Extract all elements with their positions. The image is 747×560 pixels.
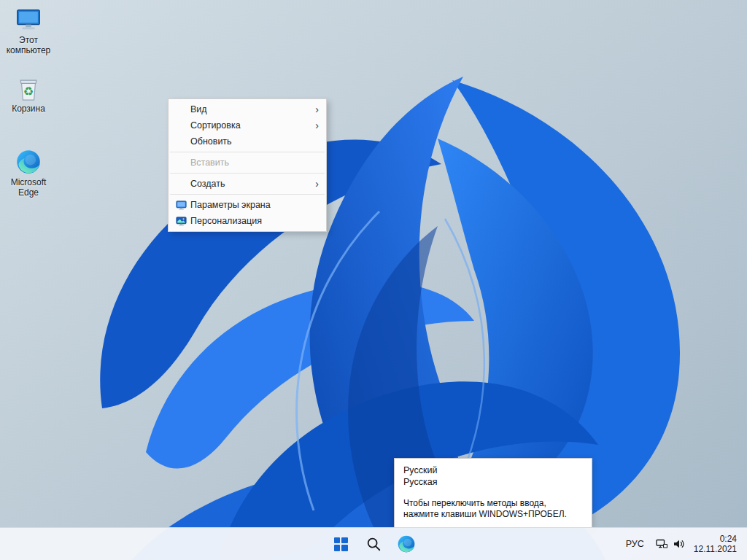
desktop-icon-this-pc[interactable]: Этот компьютер bbox=[1, 6, 55, 55]
volume-icon bbox=[673, 538, 684, 550]
desktop-context-menu: Вид › Сортировка › Обновить Вставить Соз… bbox=[168, 98, 327, 232]
tray-status-icons[interactable] bbox=[651, 528, 689, 560]
network-icon bbox=[656, 538, 667, 550]
recycle-symbol: ♻ bbox=[23, 85, 34, 98]
language-name: Русский bbox=[403, 465, 583, 475]
menu-item-view[interactable]: Вид › bbox=[169, 101, 326, 117]
start-button[interactable] bbox=[326, 529, 355, 559]
menu-separator bbox=[170, 173, 325, 174]
wallpaper-bloom bbox=[0, 0, 747, 560]
edge-icon bbox=[15, 148, 42, 176]
language-switch-hint: Чтобы переключить методы ввода, нажмите … bbox=[403, 498, 583, 520]
desktop-icon-label: Корзина bbox=[12, 104, 45, 114]
taskbar-center-group bbox=[326, 529, 421, 559]
clock[interactable]: 0:24 12.11.2021 bbox=[689, 534, 744, 554]
edge-taskbar-button[interactable] bbox=[392, 529, 421, 559]
desktop-icon-microsoft-edge[interactable]: Microsoft Edge bbox=[1, 148, 55, 198]
system-tray: РУС 0:24 12.11.2021 bbox=[619, 528, 744, 560]
desktop[interactable]: Этот компьютер ♻ Корзина Microsoft Edge … bbox=[0, 0, 747, 560]
menu-item-label: Обновить bbox=[190, 136, 232, 147]
menu-item-label: Вставить bbox=[190, 158, 229, 168]
menu-item-label: Персонализация bbox=[190, 216, 262, 226]
language-switch-popup: Русский Русская Чтобы переключить методы… bbox=[394, 458, 592, 528]
display-settings-icon bbox=[171, 200, 190, 211]
menu-item-label: Вид bbox=[190, 104, 207, 114]
menu-item-refresh[interactable]: Обновить bbox=[169, 133, 326, 149]
keyboard-layout-name: Русская bbox=[403, 477, 583, 487]
this-pc-icon bbox=[15, 6, 42, 34]
recycle-bin-icon: ♻ bbox=[15, 74, 42, 102]
taskbar: РУС 0:24 12.11.2021 bbox=[0, 527, 747, 560]
search-icon bbox=[365, 536, 382, 552]
clock-time: 0:24 bbox=[694, 534, 737, 544]
menu-separator bbox=[170, 194, 325, 195]
desktop-icon-recycle-bin[interactable]: ♻ Корзина bbox=[1, 74, 55, 114]
submenu-chevron-icon: › bbox=[315, 179, 322, 189]
menu-item-sort[interactable]: Сортировка › bbox=[169, 117, 326, 133]
menu-item-personalization[interactable]: Персонализация bbox=[169, 213, 326, 229]
menu-separator bbox=[170, 152, 325, 152]
edge-icon bbox=[397, 534, 416, 553]
desktop-icon-label: Этот компьютер bbox=[1, 35, 55, 55]
desktop-icon-label: Microsoft Edge bbox=[1, 177, 55, 198]
menu-item-display-settings[interactable]: Параметры экрана bbox=[169, 197, 326, 213]
menu-item-paste: Вставить bbox=[169, 155, 326, 171]
personalization-icon bbox=[171, 216, 190, 227]
language-indicator[interactable]: РУС bbox=[619, 528, 651, 560]
menu-item-label: Параметры экрана bbox=[190, 200, 271, 210]
submenu-chevron-icon: › bbox=[315, 104, 322, 114]
windows-logo-icon bbox=[334, 537, 348, 551]
menu-item-label: Сортировка bbox=[190, 120, 241, 131]
submenu-chevron-icon: › bbox=[315, 120, 322, 131]
search-button[interactable] bbox=[359, 529, 388, 559]
menu-item-label: Создать bbox=[190, 179, 225, 189]
menu-item-new[interactable]: Создать › bbox=[169, 176, 326, 192]
clock-date: 12.11.2021 bbox=[694, 544, 737, 554]
